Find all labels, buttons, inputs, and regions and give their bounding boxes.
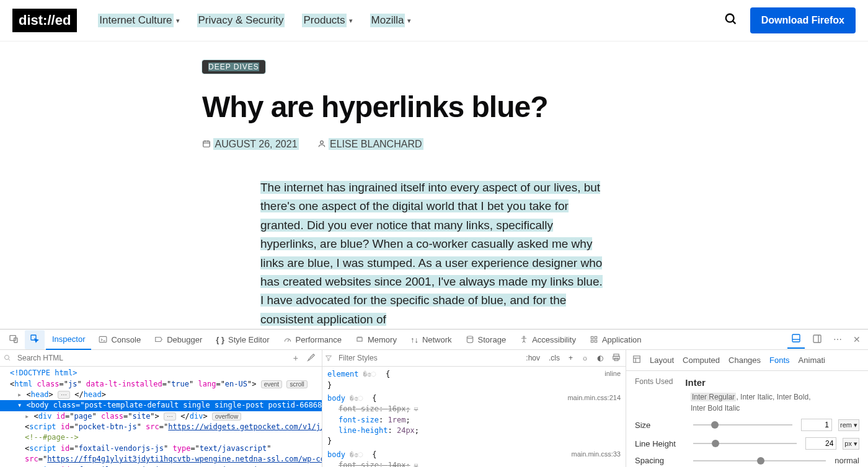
cls-button[interactable]: .cls (546, 352, 562, 364)
light-theme-button[interactable]: ☼ (579, 352, 591, 364)
article-author: ELISE BLANCHARD (317, 139, 423, 150)
article-body: The internet has ingrained itself into e… (202, 178, 605, 329)
lineheight-input[interactable] (805, 437, 836, 450)
element-picker-button[interactable] (25, 330, 45, 349)
size-unit[interactable]: rem ▾ (838, 419, 859, 431)
dark-theme-button[interactable]: ◐ (595, 352, 606, 364)
font-family-name: Inter (685, 377, 706, 388)
svg-rect-10 (100, 336, 107, 342)
svg-point-0 (726, 14, 734, 22)
font-variants-2: Inter Bold Italic (691, 404, 859, 412)
lineheight-unit[interactable]: px ▾ (843, 438, 859, 450)
svg-line-27 (9, 359, 11, 361)
tab-console[interactable]: Console (92, 330, 147, 349)
add-node-button[interactable]: + (291, 352, 301, 364)
tab-inspector[interactable]: Inspector (46, 330, 91, 350)
svg-point-6 (320, 141, 323, 144)
side-pane: Layout Computed Changes Fonts Animati Fo… (626, 350, 868, 467)
html-tree-pane: + <!DOCTYPE html> <html class="js" data-… (0, 350, 322, 467)
chevron-down-icon: ▾ (407, 17, 411, 25)
dock-side-icon[interactable] (808, 331, 826, 348)
tab-accessibility[interactable]: Accessibility (513, 330, 582, 349)
site-logo[interactable]: dist://ed (12, 9, 77, 32)
chevron-down-icon: ▾ (349, 17, 353, 25)
hov-button[interactable]: :hov (523, 352, 542, 364)
search-icon (4, 354, 11, 362)
tab-computed[interactable]: Computed (683, 356, 720, 365)
download-firefox-button[interactable]: Download Firefox (750, 7, 856, 33)
svg-rect-2 (203, 141, 210, 147)
fonts-used-label: Fonts Used (635, 377, 673, 388)
tab-changes[interactable]: Changes (728, 356, 761, 365)
nav-products[interactable]: Products ▾ (302, 14, 352, 27)
tab-fonts[interactable]: Fonts (769, 356, 790, 365)
devtools-tabs: Inspector Console Debugger { }Style Edit… (0, 330, 868, 350)
svg-rect-21 (595, 340, 597, 343)
chevron-down-icon: ▾ (176, 17, 180, 25)
tab-memory[interactable]: Memory (349, 330, 403, 349)
print-media-button[interactable] (609, 352, 623, 365)
article-meta: AUGUST 26, 2021 ELISE BLANCHARD (202, 139, 670, 150)
filter-styles-input[interactable] (336, 351, 520, 365)
search-icon[interactable] (724, 12, 738, 29)
category-tag[interactable]: DEEP DIVES (202, 60, 265, 74)
svg-rect-24 (813, 335, 821, 343)
font-size-control: Size rem ▾ (635, 419, 859, 431)
tab-animations[interactable]: Animati (799, 356, 825, 365)
size-slider[interactable] (693, 424, 792, 426)
svg-point-16 (467, 336, 472, 339)
article: DEEP DIVES Why are hyperlinks blue? AUGU… (0, 41, 670, 329)
nav-privacy-security[interactable]: Privacy & Security (197, 14, 285, 27)
devtools-panel: Inspector Console Debugger { }Style Edit… (0, 329, 868, 467)
article-title: Why are hyperlinks blue? (202, 90, 670, 124)
main-nav: Internet Culture ▾ Privacy & Security Pr… (98, 14, 411, 27)
site-header: dist://ed Internet Culture ▾ Privacy & S… (0, 0, 868, 41)
close-devtools-icon[interactable]: ✕ (849, 332, 864, 347)
lineheight-slider[interactable] (693, 443, 797, 444)
search-html-input[interactable] (15, 351, 287, 365)
svg-rect-20 (591, 340, 593, 343)
spacing-control: Spacing normal (635, 456, 859, 465)
nav-internet-culture[interactable]: Internet Culture ▾ (98, 14, 179, 27)
dom-tree[interactable]: <!DOCTYPE html> <html class="js" data-lt… (0, 367, 322, 467)
styles-pane: :hov .cls + ☼ ◐ element �േ {inline}body … (322, 350, 626, 467)
svg-point-17 (523, 336, 525, 338)
svg-rect-19 (595, 336, 597, 339)
size-input[interactable] (801, 419, 832, 431)
add-rule-button[interactable]: + (566, 352, 575, 364)
font-variants: Inter Regular, Inter Italic, Inter Bold, (691, 393, 859, 401)
nav-mozilla[interactable]: Mozilla ▾ (370, 14, 412, 27)
dock-bottom-icon[interactable] (787, 331, 805, 349)
tab-layout[interactable]: Layout (650, 356, 674, 365)
svg-rect-18 (591, 336, 593, 339)
tab-network[interactable]: ↑↓Network (404, 330, 458, 349)
spacing-value: normal (835, 456, 859, 465)
svg-line-11 (288, 339, 289, 342)
spacing-slider[interactable] (693, 460, 826, 461)
svg-rect-22 (792, 334, 800, 342)
svg-point-26 (5, 356, 9, 360)
tab-application[interactable]: Application (583, 330, 648, 349)
selected-node[interactable]: ▾ <body class="post-template-default sin… (0, 400, 322, 411)
article-date: AUGUST 26, 2021 (202, 139, 299, 150)
responsive-mode-button[interactable] (4, 330, 24, 349)
tab-debugger[interactable]: Debugger (148, 330, 208, 349)
eyedropper-button[interactable] (304, 352, 318, 365)
more-options-icon[interactable]: ⋯ (830, 332, 846, 347)
svg-line-1 (733, 20, 736, 24)
svg-rect-31 (634, 356, 640, 363)
funnel-icon (325, 354, 332, 362)
tab-style-editor[interactable]: { }Style Editor (210, 330, 275, 349)
tab-performance[interactable]: Performance (277, 330, 348, 349)
layout-view-icon[interactable] (632, 355, 641, 365)
svg-rect-12 (357, 338, 362, 341)
line-height-control: Line Height px ▾ (635, 437, 859, 450)
tab-storage[interactable]: Storage (459, 330, 513, 349)
